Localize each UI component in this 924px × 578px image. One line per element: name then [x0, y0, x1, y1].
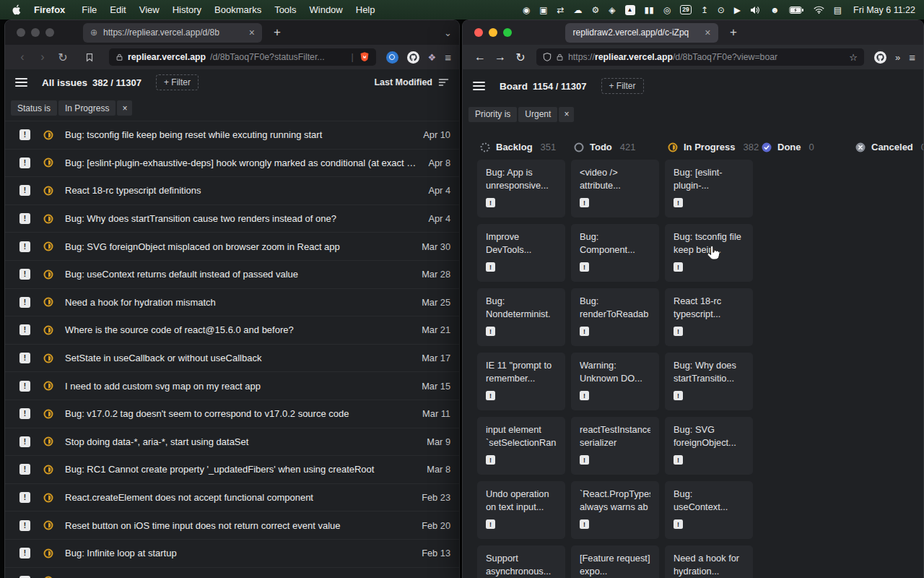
- kanban-card[interactable]: Bug: Why does startTransitio... !: [665, 353, 753, 410]
- close-window-button[interactable]: [17, 28, 25, 37]
- sync-icon[interactable]: ⇄: [557, 6, 565, 14]
- zoom-window-button[interactable]: [503, 28, 512, 37]
- back-button[interactable]: ←: [471, 51, 489, 64]
- issue-row[interactable]: ! Bug: v17.0.2 tag doesn't seem to corre…: [5, 400, 459, 428]
- issue-row[interactable]: ! Bug: Infinite loop at startup Feb 13: [5, 540, 459, 568]
- tab-overflow-chevron-icon[interactable]: ⌄: [444, 27, 452, 38]
- issue-row[interactable]: ! React.createElement does not accept fu…: [5, 484, 459, 512]
- add-filter-button[interactable]: + Filter: [156, 74, 199, 90]
- browser-menu-icon[interactable]: ≡: [445, 51, 450, 64]
- kanban-card[interactable]: Bug: renderToReadab !: [571, 288, 659, 346]
- menu-window[interactable]: Window: [303, 4, 349, 15]
- browser-tab[interactable]: replidraw2.vercel.app/d/c-iZpq ×: [565, 23, 718, 43]
- new-tab-button[interactable]: +: [730, 25, 737, 40]
- power-icon[interactable]: ⊙: [718, 6, 725, 14]
- kanban-card[interactable]: `React.PropTypes always warns ab !: [571, 481, 659, 539]
- window-manager-icon[interactable]: ▮▮: [645, 6, 654, 14]
- kanban-card[interactable]: Bug: Nondeterminist. !: [477, 288, 565, 346]
- filter-remove-icon[interactable]: ×: [559, 107, 574, 122]
- reload-button[interactable]: ↻: [512, 51, 529, 64]
- kanban-card[interactable]: Undo operation on text input... !: [477, 481, 565, 539]
- dropbox-icon[interactable]: ◈: [609, 6, 615, 14]
- close-window-button[interactable]: [474, 28, 483, 37]
- issue-row[interactable]: ! Bug: Why does startTransition cause tw…: [5, 205, 459, 233]
- issue-row[interactable]: ! Bug: tsconfig file keep being reset wh…: [5, 121, 459, 150]
- bookmark-star-icon[interactable]: ☆: [849, 52, 858, 63]
- kanban-card[interactable]: React 18-rc typescript... !: [665, 288, 753, 346]
- tracking-shield-icon[interactable]: [543, 52, 552, 62]
- menu-help[interactable]: Help: [349, 4, 382, 15]
- kanban-card[interactable]: Bug: SVG foreignObject... !: [665, 417, 753, 475]
- kanban-card[interactable]: Need a hook for hydration... !: [665, 545, 753, 578]
- filter-remove-icon[interactable]: ×: [117, 100, 132, 116]
- calendar-icon[interactable]: 29: [680, 5, 691, 14]
- menu-edit[interactable]: Edit: [103, 4, 132, 15]
- menu-bookmarks[interactable]: Bookmarks: [208, 4, 268, 15]
- kanban-card[interactable]: [Feature request] expo... !: [571, 545, 659, 578]
- battery-icon[interactable]: [789, 7, 804, 14]
- apple-logo-icon[interactable]: [12, 4, 21, 15]
- kanban-card[interactable]: input element `setSelectionRan !: [477, 417, 565, 475]
- browser-menu-icon[interactable]: ≡: [909, 51, 915, 64]
- kanban-card[interactable]: Bug: useContext... !: [665, 481, 753, 539]
- issue-row[interactable]: ! Bug: RC1 Cannot create property '_upda…: [5, 456, 459, 484]
- toolbar-overflow-icon[interactable]: »: [895, 52, 900, 63]
- volume-icon[interactable]: [750, 6, 761, 14]
- active-app-name[interactable]: Firefox: [28, 4, 71, 15]
- filter-value[interactable]: Urgent: [518, 107, 557, 122]
- back-button[interactable]: ‹: [14, 51, 31, 64]
- browser-tab[interactable]: ⊕ https://repliear.vercel.app/d/8b ×: [83, 23, 262, 43]
- minimize-window-button[interactable]: [31, 28, 40, 37]
- tab-close-icon[interactable]: ×: [249, 27, 255, 38]
- app-menu-icon[interactable]: [15, 78, 27, 86]
- issue-row[interactable]: ! Stop doing data-*, aria-*, start using…: [5, 428, 459, 457]
- extensions-icon[interactable]: ❖: [428, 52, 437, 63]
- kanban-card[interactable]: <video /> attribute... !: [571, 160, 659, 217]
- forward-button[interactable]: →: [492, 51, 509, 64]
- github-extension-icon[interactable]: [407, 51, 419, 64]
- filter-value[interactable]: In Progress: [58, 100, 116, 116]
- issue-row[interactable]: ! Where is the source code of react@15.6…: [5, 316, 459, 345]
- minimize-window-button[interactable]: [489, 28, 497, 37]
- kanban-card[interactable]: IE 11 "prompt to remember... !: [477, 353, 565, 410]
- reload-button[interactable]: ↻: [54, 51, 71, 64]
- onepassword-icon[interactable]: ◎: [663, 6, 671, 14]
- issue-row[interactable]: ! Reset button on iOS time input does no…: [5, 512, 459, 540]
- kanban-card[interactable]: Bug: [eslint-plugin-... !: [665, 160, 753, 217]
- kanban-card[interactable]: Bug: Component... !: [571, 224, 659, 282]
- control-center-icon[interactable]: ▤: [834, 6, 842, 14]
- play-icon[interactable]: ▶: [734, 6, 741, 14]
- bookmark-icon[interactable]: [84, 52, 102, 63]
- filter-field[interactable]: Priority is: [468, 107, 517, 122]
- zoom-window-button[interactable]: [45, 28, 54, 37]
- app-menu-icon[interactable]: [473, 82, 485, 90]
- kanban-card[interactable]: Bug: App is unresponsive... !: [477, 160, 565, 217]
- menu-view[interactable]: View: [133, 4, 166, 15]
- onepassword-extension-icon[interactable]: [386, 51, 398, 64]
- issue-row[interactable]: ! Need a hook for hydration mismatch Mar…: [5, 289, 459, 317]
- issue-row[interactable]: ! Bug: SVG foreignObject misplaced on br…: [5, 233, 459, 261]
- screen-record-icon[interactable]: ◉: [523, 6, 530, 14]
- menu-bar-clock[interactable]: Fri May 6 11:22: [853, 5, 915, 15]
- sort-control[interactable]: Last Modified: [374, 77, 449, 87]
- issue-row[interactable]: ! Bug: useContext returns default instea…: [5, 261, 459, 289]
- issue-row[interactable]: ! I need to add custom svg map on my rea…: [5, 372, 459, 400]
- kanban-card[interactable]: Support asynchronous... !: [477, 545, 565, 578]
- filter-field[interactable]: Status is: [11, 100, 57, 116]
- issue-row[interactable]: ! SetState in useCallback or without use…: [5, 345, 459, 373]
- address-bar[interactable]: https://repliear.vercel.app/d/8bTaoq7F0e…: [536, 48, 864, 66]
- camera-icon[interactable]: ▣: [539, 6, 547, 14]
- add-filter-button[interactable]: + Filter: [601, 78, 644, 94]
- docker-icon[interactable]: ⚙: [592, 6, 600, 14]
- cloud-icon[interactable]: ☁: [574, 6, 583, 14]
- menu-history[interactable]: History: [166, 4, 208, 15]
- kanban-card[interactable]: Improve DevTools... !: [477, 224, 565, 282]
- menu-file[interactable]: File: [75, 4, 103, 15]
- issue-row[interactable]: ! React 18-rc typescript definitions Apr…: [5, 177, 459, 205]
- menu-tools[interactable]: Tools: [268, 4, 302, 15]
- account-icon[interactable]: ☻: [770, 6, 780, 14]
- upload-icon[interactable]: ↥: [701, 6, 708, 14]
- forward-button[interactable]: ›: [34, 51, 51, 64]
- kanban-card[interactable]: reactTestInstance serializer !: [571, 417, 659, 475]
- new-tab-button[interactable]: +: [274, 25, 281, 40]
